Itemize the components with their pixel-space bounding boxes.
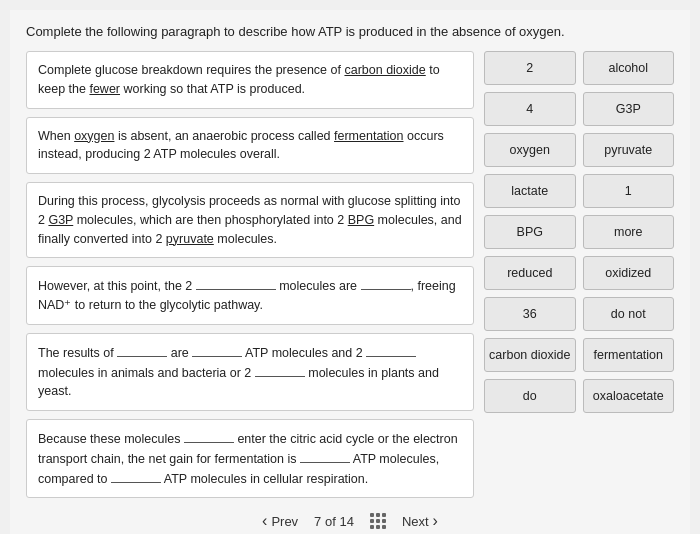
- question-box-5: The results of are ATP molecules and 2 m…: [26, 333, 474, 411]
- option-row-8: carbon dioxide fermentation: [484, 338, 674, 372]
- blank-5d: [255, 363, 305, 377]
- option-row-1: 2 alcohol: [484, 51, 674, 85]
- option-btn-oxaloacetate[interactable]: oxaloacetate: [583, 379, 675, 413]
- link-carbon-dioxide: carbon dioxide: [344, 63, 425, 77]
- page-info: 7 of 14: [314, 514, 354, 529]
- link-oxygen: oxygen: [74, 129, 114, 143]
- question-box-4: However, at this point, the 2 molecules …: [26, 266, 474, 325]
- blank-6c: [111, 469, 161, 483]
- left-panel: Complete glucose breakdown requires the …: [26, 51, 474, 498]
- option-row-3: oxygen pyruvate: [484, 133, 674, 167]
- blank-4a: [196, 276, 276, 290]
- question-box-3: During this process, glycolysis proceeds…: [26, 182, 474, 258]
- option-btn-alcohol[interactable]: alcohol: [583, 51, 675, 85]
- option-btn-bpg[interactable]: BPG: [484, 215, 576, 249]
- next-label: Next: [402, 514, 429, 529]
- option-row-6: reduced oxidized: [484, 256, 674, 290]
- blank-4b: [361, 276, 411, 290]
- main-content: Complete glucose breakdown requires the …: [26, 51, 674, 498]
- blank-6b: [300, 449, 350, 463]
- prev-chevron-icon: [262, 512, 267, 530]
- option-btn-do[interactable]: do: [484, 379, 576, 413]
- prev-label: Prev: [271, 514, 298, 529]
- page-container: Complete the following paragraph to desc…: [10, 10, 690, 534]
- question-box-1: Complete glucose breakdown requires the …: [26, 51, 474, 109]
- option-btn-36[interactable]: 36: [484, 297, 576, 331]
- link-g3p: G3P: [48, 213, 73, 227]
- page-title: Complete the following paragraph to desc…: [26, 24, 674, 39]
- grid-view-icon[interactable]: [370, 513, 386, 529]
- next-button[interactable]: Next: [402, 512, 438, 530]
- option-row-5: BPG more: [484, 215, 674, 249]
- option-btn-lactate[interactable]: lactate: [484, 174, 576, 208]
- blank-5b: [192, 343, 242, 357]
- footer: Prev 7 of 14 Next: [26, 512, 674, 530]
- link-pyruvate: pyruvate: [166, 232, 214, 246]
- option-btn-2[interactable]: 2: [484, 51, 576, 85]
- prev-button[interactable]: Prev: [262, 512, 298, 530]
- option-btn-more[interactable]: more: [583, 215, 675, 249]
- option-btn-oxygen[interactable]: oxygen: [484, 133, 576, 167]
- link-fermentation: fermentation: [334, 129, 403, 143]
- next-chevron-icon: [433, 512, 438, 530]
- blank-5a: [117, 343, 167, 357]
- option-btn-g3p[interactable]: G3P: [583, 92, 675, 126]
- blank-6a: [184, 429, 234, 443]
- option-btn-pyruvate[interactable]: pyruvate: [583, 133, 675, 167]
- option-btn-fermentation[interactable]: fermentation: [583, 338, 675, 372]
- right-panel: 2 alcohol 4 G3P oxygen pyruvate lactate …: [484, 51, 674, 498]
- question-box-2: When oxygen is absent, an anaerobic proc…: [26, 117, 474, 175]
- option-row-9: do oxaloacetate: [484, 379, 674, 413]
- question-box-6: Because these molecules enter the citric…: [26, 419, 474, 498]
- option-btn-4[interactable]: 4: [484, 92, 576, 126]
- option-btn-do-not[interactable]: do not: [583, 297, 675, 331]
- option-row-4: lactate 1: [484, 174, 674, 208]
- link-bpg: BPG: [348, 213, 374, 227]
- option-btn-oxidized[interactable]: oxidized: [583, 256, 675, 290]
- link-fewer: fewer: [89, 82, 120, 96]
- option-btn-carbon-dioxide[interactable]: carbon dioxide: [484, 338, 576, 372]
- blank-5c: [366, 343, 416, 357]
- option-row-2: 4 G3P: [484, 92, 674, 126]
- option-row-7: 36 do not: [484, 297, 674, 331]
- option-btn-1[interactable]: 1: [583, 174, 675, 208]
- option-btn-reduced[interactable]: reduced: [484, 256, 576, 290]
